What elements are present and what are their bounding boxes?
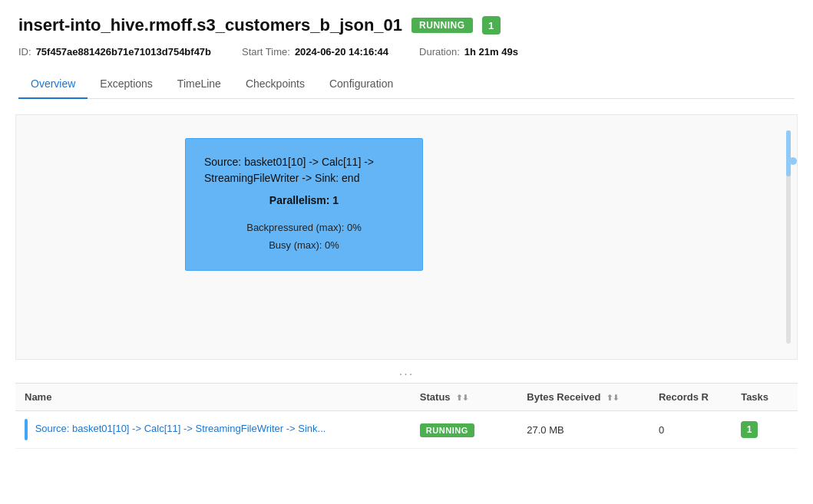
table-area: ... Name Status ⬆⬇ Bytes Received ⬆⬇ Rec…: [15, 360, 798, 449]
header: insert-into_hive.rmoff.s3_customers_b_js…: [0, 0, 813, 99]
tab-configuration[interactable]: Configuration: [317, 70, 405, 99]
job-title: insert-into_hive.rmoff.s3_customers_b_js…: [18, 15, 402, 35]
ellipsis-row: ...: [15, 360, 798, 383]
data-table: Name Status ⬆⬇ Bytes Received ⬆⬇ Records…: [15, 383, 798, 449]
graph-area: Source: basket01[10] -> Calc[11] -> Stre…: [15, 114, 798, 360]
tabs: Overview Exceptions TimeLine Checkpoints…: [18, 70, 795, 99]
table-body: Source: basket01[10] -> Calc[11] -> Stre…: [15, 411, 798, 449]
start-time-value: 2024-06-20 14:16:44: [295, 46, 388, 58]
node-box[interactable]: Source: basket01[10] -> Calc[11] -> Stre…: [185, 138, 423, 271]
col-header-name: Name: [15, 384, 411, 411]
node-busy: Busy (max): 0%: [204, 236, 404, 254]
duration-label: Duration:: [419, 46, 460, 58]
ellipsis-text: ...: [399, 364, 414, 378]
cell-status: RUNNING: [411, 411, 517, 449]
scrollbar-thumb[interactable]: [786, 130, 791, 176]
col-header-bytes[interactable]: Bytes Received ⬆⬇: [517, 384, 649, 411]
id-value: 75f457ae881426b71e71013d754bf47b: [36, 46, 211, 58]
tasks-badge: 1: [741, 421, 758, 438]
cell-name: Source: basket01[10] -> Calc[11] -> Stre…: [15, 411, 411, 449]
node-backpressured: Backpressured (max): 0%: [204, 219, 404, 236]
sort-icon-status: ⬆⬇: [456, 394, 468, 402]
cell-tasks: 1: [732, 411, 798, 449]
tab-checkpoints[interactable]: Checkpoints: [233, 70, 317, 99]
duration-value: 1h 21m 49s: [464, 46, 518, 58]
tab-exceptions[interactable]: Exceptions: [88, 70, 164, 99]
start-time-item: Start Time: 2024-06-20 14:16:44: [242, 46, 388, 58]
col-header-status[interactable]: Status ⬆⬇: [411, 384, 517, 411]
node-stats: Backpressured (max): 0% Busy (max): 0%: [204, 219, 404, 255]
status-badge: RUNNING: [411, 18, 473, 33]
duration-item: Duration: 1h 21m 49s: [419, 46, 518, 58]
node-title: Source: basket01[10] -> Calc[11] -> Stre…: [204, 154, 404, 186]
node-parallelism: Parallelism: 1: [204, 194, 404, 206]
meta-row: ID: 75f457ae881426b71e71013d754bf47b Sta…: [18, 46, 795, 58]
count-badge: 1: [482, 16, 501, 35]
cell-records: 0: [649, 411, 732, 449]
col-header-records: Records R: [649, 384, 732, 411]
name-link[interactable]: Source: basket01[10] -> Calc[11] -> Stre…: [35, 423, 326, 434]
row-indicator: [25, 419, 28, 440]
scrollbar-dot: [789, 157, 797, 165]
status-running-badge: RUNNING: [420, 423, 474, 437]
tab-overview[interactable]: Overview: [18, 70, 88, 99]
tab-timeline[interactable]: TimeLine: [165, 70, 233, 99]
title-row: insert-into_hive.rmoff.s3_customers_b_js…: [18, 15, 795, 35]
sort-icon-bytes: ⬆⬇: [606, 394, 619, 402]
table-header-row: Name Status ⬆⬇ Bytes Received ⬆⬇ Records…: [15, 384, 798, 411]
cell-bytes: 27.0 MB: [517, 411, 649, 449]
col-header-tasks: Tasks: [732, 384, 798, 411]
content-area: Source: basket01[10] -> Calc[11] -> Stre…: [0, 99, 813, 504]
start-time-label: Start Time:: [242, 46, 290, 58]
table-row: Source: basket01[10] -> Calc[11] -> Stre…: [15, 411, 798, 449]
id-label: ID:: [18, 46, 31, 58]
id-item: ID: 75f457ae881426b71e71013d754bf47b: [18, 46, 211, 58]
